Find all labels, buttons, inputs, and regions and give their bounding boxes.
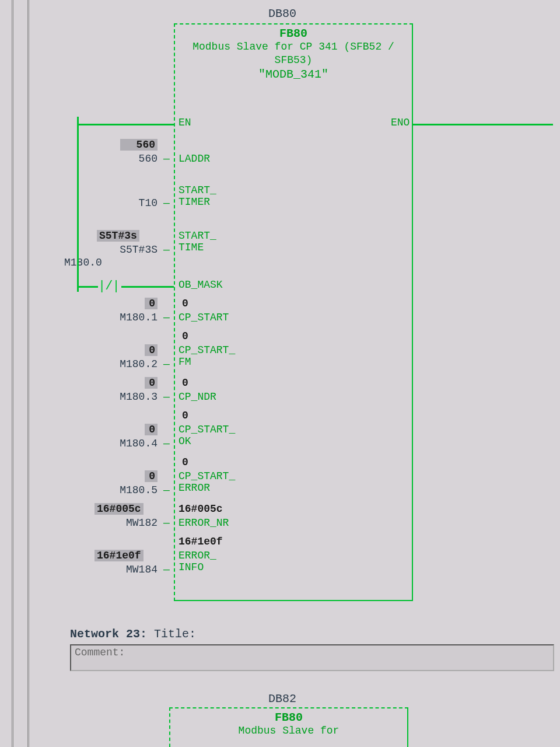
pin-laddr: LADDR (178, 153, 210, 165)
online-error-info: 16#1e0f (94, 550, 144, 561)
online-error-nr: 16#005c (94, 503, 144, 515)
pin-error-info: ERROR_ INFO (178, 550, 216, 573)
network-header[interactable]: Network 23: Title: (70, 627, 196, 641)
dash-start-timer: — (163, 197, 170, 209)
inside-cp-start: 0 (182, 298, 188, 309)
dash-cp-start-fm: — (163, 358, 170, 370)
inside-cp-start-err-top: 0 (182, 456, 188, 468)
fb-desc-2: Modbus Slave for (170, 724, 407, 738)
pin-error-nr: ERROR_NR (178, 517, 229, 529)
dash-cp-start: — (163, 312, 170, 323)
addr-cp-start: M180.1 (99, 312, 158, 323)
network-title: Title: (154, 627, 196, 641)
addr-cp-start-fm: M180.2 (99, 358, 158, 370)
comment-label: Comment: (75, 647, 125, 658)
inside-error-nr: 16#005c (178, 503, 223, 515)
dash-laddr: — (163, 153, 170, 165)
inside-cp-start-fm-top: 0 (182, 330, 188, 342)
dash-start-time: — (163, 244, 170, 256)
ladder-left-rail (77, 117, 79, 292)
pin-cp-start-fm: CP_START_ FM (178, 344, 235, 368)
addr-laddr: 560 (111, 153, 158, 165)
pin-ob-mask: OB_MASK (178, 279, 223, 291)
dash-cp-start-err: — (163, 484, 170, 496)
rail-obmask-left (77, 286, 98, 288)
pin-start-timer: START_ TIMER (178, 184, 216, 208)
pin-cp-start-ok: CP_START_ OK (178, 424, 235, 447)
addr-cp-start-ok: M180.4 (99, 438, 158, 449)
rail-eno (413, 124, 553, 125)
pin-cp-start: CP_START (178, 312, 229, 323)
rail-obmask-right (121, 286, 174, 288)
online-cp-start-fm: 0 (145, 344, 158, 356)
db-label-2: DB82 (268, 692, 296, 706)
addr-start-timer: T10 (111, 197, 158, 209)
addr-cp-ndr: M180.3 (99, 391, 158, 403)
nc-contact-icon[interactable]: |/| (98, 279, 120, 294)
pin-en: EN (178, 117, 191, 128)
addr-error-info: MW184 (99, 564, 158, 575)
dash-cp-ndr: — (163, 391, 170, 403)
db-label-1: DB80 (268, 7, 296, 20)
addr-error-nr: MW182 (99, 517, 158, 529)
dash-cp-start-ok: — (163, 438, 170, 449)
online-cp-start-ok: 0 (145, 424, 158, 435)
pin-cp-start-err: CP_START_ ERROR (178, 470, 235, 494)
addr-ob-mask: M180.0 (64, 257, 134, 268)
ladder-canvas[interactable]: DB80 FB80 Modbus Slave for CP 341 (SFB52… (47, 0, 560, 747)
addr-cp-start-err: M180.5 (99, 484, 158, 496)
rail-en (77, 124, 174, 125)
comment-box[interactable]: Comment: (70, 644, 554, 671)
inside-cp-ndr: 0 (182, 377, 188, 389)
online-cp-start-err: 0 (145, 470, 158, 482)
pin-cp-ndr: CP_NDR (178, 391, 216, 403)
pin-start-time: START_ TIME (178, 230, 216, 253)
online-cp-ndr: 0 (145, 377, 158, 389)
inside-error-info-top: 16#1e0f (178, 536, 223, 547)
network-label: Network 23: (70, 627, 147, 641)
addr-start-time: S5T#3S (88, 244, 158, 256)
fb-block-2[interactable]: FB80 Modbus Slave for (169, 707, 408, 747)
pin-eno: ENO (391, 117, 410, 128)
fb-name-1: "MODB_341" (175, 68, 412, 81)
dash-error-info: — (163, 564, 170, 575)
online-cp-start: 0 (145, 298, 158, 309)
dash-error-nr: — (163, 517, 170, 529)
fb-desc-1: Modbus Slave for CP 341 (SFB52 / SFB53) (175, 40, 412, 68)
fb-title-2: FB80 (170, 708, 407, 724)
online-laddr: 560 (120, 139, 158, 151)
fb-title-1: FB80 (175, 25, 412, 40)
inside-cp-start-ok-top: 0 (182, 410, 188, 421)
vertical-rail (12, 0, 29, 747)
online-start-time: S5T#3s (97, 230, 139, 242)
